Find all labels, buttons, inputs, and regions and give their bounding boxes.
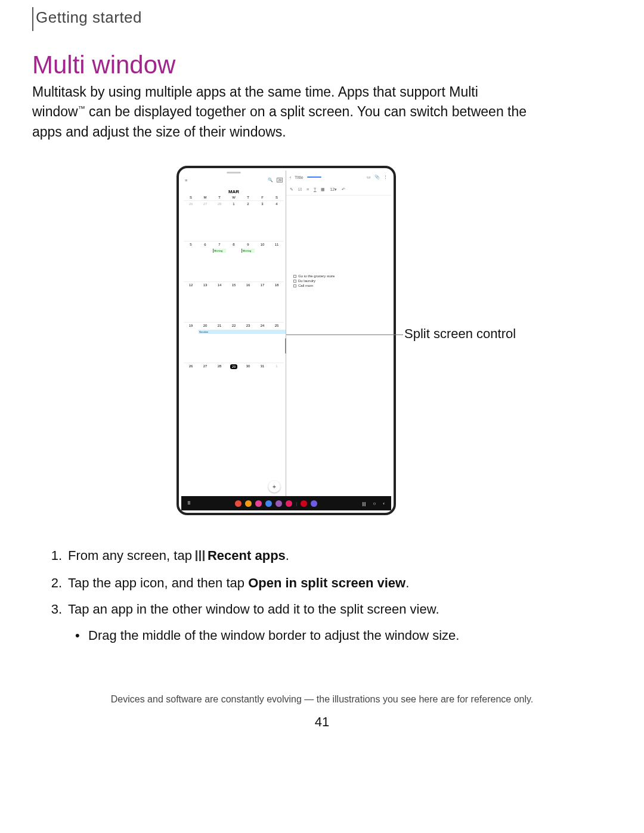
reader-icon: ▭ [367,175,371,179]
checkbox-icon [293,275,296,278]
note-title-label: Title [295,175,303,179]
recent-nav-icon: ||| [362,501,366,506]
app-icon [265,500,272,507]
checkbox-icon [293,284,296,287]
step-number: 3. [50,600,62,619]
calendar-row: 5 6 7Meeting 8 9Meeting 10 11 [184,241,284,281]
header-rule [32,7,33,31]
step-suffix: . [405,575,409,590]
cal-cell-today: 29 [227,363,241,403]
text-style-icon: T [314,187,316,191]
cal-cell: 27 [198,201,212,241]
step-3: 3. Tap an app in the other window to add… [50,600,533,619]
dow: M [198,194,212,200]
app-icon [301,500,307,507]
footnote: Devices and software are constantly evol… [0,694,644,705]
cal-cell: 17 [255,282,270,322]
intro-paragraph: Multitask by using multiple apps at the … [32,82,527,142]
checklist: Go to the grocery store Do laundry Call … [293,274,335,289]
search-icon: 🔍 [268,178,273,182]
cal-cell: 22 [227,323,241,363]
step-text: From any screen, tap [68,548,196,563]
cal-cell: 16 [241,282,255,322]
cal-cell: 19 [184,323,198,363]
cal-cell: 26 [184,201,198,241]
dow: F [255,194,270,200]
cal-cell: 28 [212,363,227,403]
cal-cell: 31 [255,363,270,403]
check-icon: ☑ [298,187,302,192]
calendar-grid: S M T W T F S 26 27 28 1 2 3 4 [181,194,286,403]
app-icon [235,500,242,507]
cal-cell: 1 [270,363,284,403]
step-bold: Recent apps [208,548,286,563]
grid-icon: ▦ [321,187,325,192]
dow: T [212,194,227,200]
step-number: 1. [50,546,62,566]
calendar-row: 12 13 14 15 16 17 18 [184,281,284,322]
dow: T [241,194,255,200]
undo-icon: ↶ [342,187,345,192]
attach-icon: 📎 [374,175,380,179]
trademark-symbol: ™ [78,105,85,113]
cal-cell: 13 [198,282,212,322]
dow: S [184,194,198,200]
cal-cell: 10 [255,241,270,281]
cal-cell: 5 [184,241,198,281]
app-icon [245,500,252,507]
cal-cell: 27 [198,363,212,403]
dow: W [227,194,241,200]
cal-cell: 2 [241,201,255,241]
page-number: 41 [0,714,644,730]
illustration-phone: ≡ 🔍 29 MAR S M T W T F S 26 27 [177,166,396,515]
today-icon: 29 [277,178,283,182]
cal-cell: 25 [270,323,284,363]
split-pane-left-calendar: ≡ 🔍 29 MAR S M T W T F S 26 27 [181,171,286,496]
cal-cell: 15 [227,282,241,322]
cal-cell: 12 [184,282,198,322]
cal-cell: 1 [227,201,241,241]
cal-cell: 20Vacation [198,323,212,363]
calendar-row: 19 20Vacation 21 22 23 24 25 [184,322,284,363]
phone-frame: ≡ 🔍 29 MAR S M T W T F S 26 27 [177,166,396,515]
cal-cell: 11 [270,241,284,281]
breadcrumb: Getting started [36,8,142,27]
cal-cell: 7Meeting [212,241,227,281]
pen-icon: ✎ [290,187,293,192]
calendar-row: 26 27 28 29 30 31 1 [184,363,284,403]
calendar-toolbar: ≡ 🔍 29 [181,174,286,187]
cal-cell: 28 [212,201,227,241]
cal-cell: 6 [198,241,212,281]
app-icon [286,500,292,507]
note-body: Go to the grocery store Do laundry Call … [286,197,391,496]
add-event-button: + [268,481,280,493]
cal-cell: 8 [227,241,241,281]
home-nav-icon: ○ [373,501,376,506]
step-1: 1. From any screen, tap Recent apps. [50,546,533,566]
cal-cell: 3 [255,201,270,241]
cal-cell: 14 [212,282,227,322]
back-icon: ‹ [290,175,291,179]
dow: S [270,194,284,200]
cal-cell: 4 [270,201,284,241]
callout-label: Split screen control [404,326,516,342]
cal-cell: 18 [270,282,284,322]
app-icon [275,500,282,507]
callout-leader-line [286,335,403,335]
notes-toolbar-top: ‹ Title ▭ 📎 ⋮ [286,171,391,184]
list-item: Do laundry [293,279,335,283]
app-icon [255,500,262,507]
bullet-text: Drag the middle of the window border to … [88,626,459,645]
apps-grid-icon: ⠿ [186,500,192,506]
recent-apps-icon [196,547,206,566]
title-underline-icon [307,176,321,178]
calendar-row: 26 27 28 1 2 3 4 [184,200,284,241]
cal-cell: 9Meeting [241,241,255,281]
list-item: Go to the grocery store [293,274,335,278]
cal-cell: 30 [241,363,255,403]
page-title: Multi window [32,51,175,79]
cal-cell: 26 [184,363,198,403]
list-item: Call mom [293,284,335,287]
split-pane-right-notes: ‹ Title ▭ 📎 ⋮ ✎ ☑ ≡ T ▦ 12▾ ↶ Go to the … [286,171,391,496]
bullet-icon: • [75,626,82,645]
